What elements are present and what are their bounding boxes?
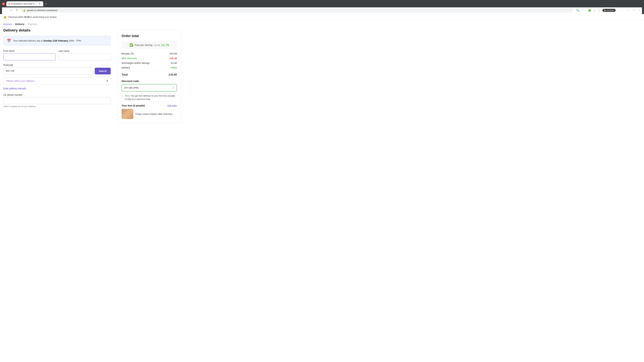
breadcrumb-sep-2: › (26, 23, 26, 25)
discount-code-input-wrapper: ✓ (122, 84, 177, 91)
breadcrumb: Account › Delivery › Payment (0, 20, 644, 28)
discount-code-label: Discount code (122, 80, 177, 82)
first-name-group: First name (3, 50, 56, 60)
incognito-badge: 🕵 Incognito (602, 9, 616, 12)
recipes-line: Recipes (5) £43.99 (122, 52, 177, 55)
lock-icon: 🔒 (23, 9, 26, 11)
divider (122, 71, 177, 71)
back-button[interactable]: ← (2, 8, 7, 13)
breadcrumb-sep-1: › (13, 23, 14, 25)
breadcrumb-delivery: Delivery (15, 23, 24, 25)
tab-close-button[interactable]: ✕ (38, 2, 41, 5)
postcode-group: Postcode Search (3, 64, 111, 74)
last-name-label: Last name (58, 50, 111, 52)
address-field[interactable]: 🔒 gousto.co.uk/check-out/delivery (21, 8, 573, 12)
search-browser-icon[interactable]: 🔍 (576, 8, 580, 12)
pps-discounted-price: £1.76 (161, 43, 169, 47)
right-column: Order total ✅ Price per serving: £4.40 £… (118, 28, 181, 123)
countdown-timer: 24:40 (24, 16, 30, 18)
delivery-date: Sunday 11th February, (44, 39, 68, 42)
extensions-icon[interactable]: 🧩 (587, 8, 592, 12)
delivery-section-title: Delivery details (3, 28, 111, 32)
address-select-wrapper: Please select your address ▼ (3, 77, 111, 85)
discount-line: 60% discount -£26.39 (122, 57, 177, 60)
discount-code-input[interactable] (122, 84, 172, 91)
address-bar-row: ← → ↻ 🔒 gousto.co.uk/check-out/delivery … (2, 7, 642, 14)
promo-nice: Nice! (125, 94, 130, 97)
banner-text: Your selected delivery day is Sunday 11t… (13, 39, 81, 42)
close-window-button[interactable]: ✕ (637, 8, 642, 12)
name-row: First name Last name (3, 50, 111, 60)
recipe-item: Crispy Lemon Chicken With Chilli Rice (122, 109, 177, 119)
main-layout: Delivery details 📅 Your selected deliver… (0, 28, 201, 130)
delivery-banner: 📅 Your selected delivery day is Sunday 1… (3, 36, 111, 45)
discount-label: 60% discount (122, 57, 137, 60)
delivery-line: Delivery FREE (122, 66, 177, 69)
total-line: Total £15.60 (122, 73, 177, 76)
active-tab[interactable]: G Food Boxes | Get Fresh Food & ✕ (6, 1, 43, 6)
url-text: gousto.co.uk/check-out/delivery (27, 9, 570, 11)
phone-hint: Used to update you on your delivery (3, 105, 111, 108)
last-name-group: Last name (58, 50, 111, 60)
edit-order-link[interactable]: Edit order (168, 104, 177, 107)
recipe-name: Crispy Lemon Chicken With Chilli Rice (135, 113, 172, 115)
surcharges-value: -£2.00 (170, 62, 177, 64)
recipe-image-placeholder (122, 109, 133, 119)
order-total-card: Order total ✅ Price per serving: £4.40 £… (118, 30, 181, 123)
surcharges-line: Surcharges and/or savings -£2.00 (122, 62, 177, 64)
reload-button[interactable]: ↻ (15, 8, 19, 13)
breadcrumb-account[interactable]: Account (3, 23, 12, 25)
promo-message-text: You get free delivery on your first box … (125, 94, 175, 100)
phone-input[interactable] (3, 97, 111, 104)
price-per-serving: ✅ Price per serving: £4.40 £1.76 (122, 41, 177, 49)
delivery-time: 8AM - 7PM (69, 39, 81, 42)
incognito-icon: 🕵 (604, 9, 606, 11)
tab-title: Food Boxes | Get Fresh Food & (11, 3, 37, 5)
enter-address-manually-link[interactable]: Enter address manually (3, 87, 26, 89)
postcode-row: Search (3, 67, 111, 74)
browser-chrome: ▼ G Food Boxes | Get Fresh Food & ✕ + ← … (0, 0, 644, 14)
postcode-input[interactable] (3, 67, 93, 74)
pps-label: Price per serving: (134, 44, 153, 46)
delivery-label: Delivery (122, 66, 130, 69)
surcharges-label: Surcharges and/or savings (122, 62, 150, 64)
discount-code-section: Discount code ✓ (122, 80, 177, 91)
first-name-label: First name (3, 50, 56, 52)
breadcrumb-payment: Payment (28, 23, 37, 25)
bookmark-icon[interactable]: ☆ (582, 8, 586, 12)
pps-original-price: £4.40 (154, 44, 160, 46)
your-box-header: Your box (2 people) Edit order (122, 104, 177, 107)
recipes-label: Recipes (5) (122, 52, 134, 55)
promo-message: ✓ Nice! You get free delivery on your fi… (122, 94, 177, 101)
address-select[interactable]: Please select your address (3, 77, 111, 85)
delivery-value: FREE (171, 66, 177, 69)
total-value: £15.60 (169, 73, 177, 76)
checkout-message: Checkout within 24:40 to avoid losing yo… (8, 16, 57, 18)
group-icon: ▼ (3, 3, 4, 5)
postcode-label: Postcode (3, 64, 111, 66)
browser-actions: 🔍 ☆ 🧩 | ⊡ 🕵 Incognito ⋮ (574, 8, 623, 12)
discount-value: -£26.39 (169, 57, 177, 60)
new-tab-button[interactable]: + (44, 1, 48, 6)
tab-group-indicator: ▼ (2, 2, 5, 5)
incognito-label: Incognito (607, 9, 614, 11)
phone-label: UK phone number (3, 93, 111, 96)
warning-icon: ⚠️ (3, 15, 7, 18)
recipes-value: £43.99 (170, 52, 177, 55)
your-box-title: Your box (2 people) (122, 104, 145, 107)
first-name-input[interactable] (3, 53, 56, 60)
maximize-button[interactable]: ❐ (632, 8, 636, 12)
phone-section: UK phone number Used to update you on yo… (3, 93, 111, 108)
profile-icon[interactable]: ⊡ (597, 8, 601, 12)
promo-text: Nice! You get free delivery on your firs… (125, 94, 177, 101)
tab-favicon: G (8, 3, 10, 5)
last-name-input[interactable] (58, 53, 111, 60)
tab-bar: ▼ G Food Boxes | Get Fresh Food & ✕ + (2, 1, 642, 6)
checkout-topbar: ⚠️ Checkout within 24:40 to avoid losing… (0, 14, 644, 20)
minimize-button[interactable]: — (626, 8, 631, 12)
search-button[interactable]: Search (95, 68, 111, 74)
menu-button[interactable]: ⋮ (617, 8, 621, 12)
forward-button[interactable]: → (8, 8, 14, 13)
recipe-image (122, 109, 133, 119)
left-column: Delivery details 📅 Your selected deliver… (3, 28, 111, 123)
